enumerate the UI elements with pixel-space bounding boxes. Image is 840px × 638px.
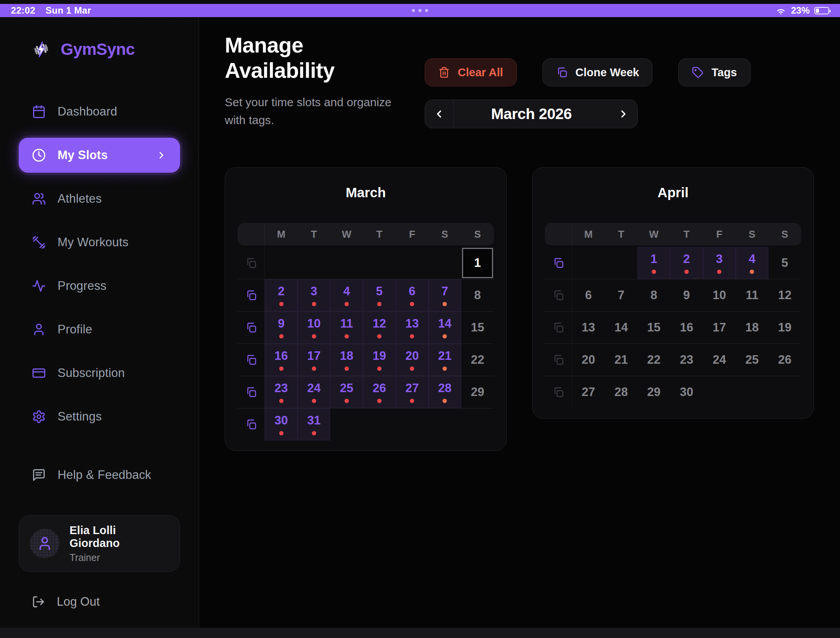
day-cell[interactable]: 10 xyxy=(703,279,736,311)
day-number: 5 xyxy=(781,256,788,270)
slot-dot xyxy=(717,270,721,274)
day-cell[interactable]: 15 xyxy=(637,312,670,344)
clone-row-button[interactable] xyxy=(238,408,265,440)
sidebar-item-help-feedback[interactable]: Help & Feedback xyxy=(19,457,180,493)
day-cell[interactable]: 1 xyxy=(462,248,493,278)
day-cell[interactable]: 13 xyxy=(396,312,429,344)
day-cell[interactable]: 4 xyxy=(736,247,768,279)
day-cell[interactable]: 25 xyxy=(330,376,363,408)
day-cell[interactable]: 15 xyxy=(461,312,494,344)
slot-dot xyxy=(345,302,349,306)
day-cell[interactable]: 8 xyxy=(461,279,494,311)
day-cell[interactable]: 5 xyxy=(363,279,396,311)
day-cell[interactable]: 13 xyxy=(572,312,605,344)
day-cell[interactable]: 14 xyxy=(605,312,637,344)
day-cell[interactable]: 18 xyxy=(330,344,363,376)
day-cell[interactable]: 17 xyxy=(703,312,736,344)
previous-month-button[interactable] xyxy=(425,100,453,128)
day-cell[interactable]: 30 xyxy=(670,376,703,408)
clone-row-button[interactable] xyxy=(238,376,265,408)
slot-dot xyxy=(312,334,316,338)
day-cell[interactable]: 23 xyxy=(670,344,703,376)
sidebar-item-my-workouts[interactable]: My Workouts xyxy=(19,225,180,260)
day-cell[interactable]: 3 xyxy=(703,247,736,279)
day-cell[interactable]: 6 xyxy=(572,279,605,311)
day-cell[interactable]: 8 xyxy=(637,279,670,311)
day-cell[interactable]: 11 xyxy=(736,279,768,311)
day-cell[interactable]: 14 xyxy=(429,312,461,344)
day-cell[interactable]: 28 xyxy=(429,376,461,408)
day-cell[interactable]: 10 xyxy=(298,312,330,344)
day-number: 9 xyxy=(683,288,690,302)
day-cell[interactable]: 19 xyxy=(363,344,396,376)
day-cell[interactable]: 24 xyxy=(703,344,736,376)
day-cell[interactable]: 17 xyxy=(298,344,330,376)
day-cell[interactable]: 20 xyxy=(572,344,605,376)
clone-row-button[interactable] xyxy=(238,312,265,344)
day-cell[interactable]: 1 xyxy=(637,247,670,279)
day-cell[interactable]: 23 xyxy=(265,376,298,408)
day-cell[interactable]: 21 xyxy=(429,344,461,376)
day-cell[interactable]: 6 xyxy=(396,279,429,311)
day-cell[interactable]: 18 xyxy=(736,312,768,344)
calendar-cards: March MTWTFSS 12345678910111213141516171… xyxy=(225,167,814,451)
clone-row-button[interactable] xyxy=(545,376,572,408)
activity-icon xyxy=(32,279,46,293)
day-cell[interactable]: 26 xyxy=(768,344,801,376)
logout-button[interactable]: Log Out xyxy=(19,584,180,619)
clone-row-button[interactable] xyxy=(238,279,265,311)
clone-row-button[interactable] xyxy=(545,312,572,344)
sidebar-item-profile[interactable]: Profile xyxy=(19,312,180,347)
battery-percent: 23% xyxy=(791,5,810,16)
sidebar-item-athletes[interactable]: Athletes xyxy=(19,181,180,216)
day-cell[interactable]: 26 xyxy=(363,376,396,408)
day-cell[interactable]: 7 xyxy=(429,279,461,311)
day-cell[interactable]: 7 xyxy=(605,279,637,311)
day-cell[interactable]: 3 xyxy=(298,279,330,311)
sidebar-item-progress[interactable]: Progress xyxy=(19,268,180,303)
clone-row-button[interactable] xyxy=(545,279,572,311)
day-cell[interactable]: 29 xyxy=(637,376,670,408)
clear-all-button[interactable]: Clear All xyxy=(425,58,517,86)
day-cell[interactable]: 24 xyxy=(298,376,330,408)
day-cell[interactable]: 16 xyxy=(265,344,298,376)
sidebar-item-subscription[interactable]: Subscription xyxy=(19,356,180,391)
day-cell[interactable]: 28 xyxy=(605,376,637,408)
sidebar-item-label: Athletes xyxy=(58,192,102,206)
app-logo: GymSync xyxy=(31,38,199,61)
clone-week-button[interactable]: Clone Week xyxy=(542,58,653,86)
clone-row-button[interactable] xyxy=(545,344,572,376)
tags-button[interactable]: Tags xyxy=(678,58,751,86)
day-cell[interactable]: 19 xyxy=(768,312,801,344)
day-cell[interactable]: 21 xyxy=(605,344,637,376)
day-cell[interactable]: 9 xyxy=(265,312,298,344)
day-cell[interactable]: 22 xyxy=(461,344,494,376)
gear-icon xyxy=(32,410,46,424)
day-cell[interactable]: 2 xyxy=(670,247,703,279)
clone-row-button[interactable] xyxy=(545,247,572,279)
day-cell[interactable]: 11 xyxy=(330,312,363,344)
day-cell[interactable]: 9 xyxy=(670,279,703,311)
day-cell[interactable]: 2 xyxy=(265,279,298,311)
day-cell[interactable]: 22 xyxy=(637,344,670,376)
clone-row-button[interactable] xyxy=(238,344,265,376)
day-cell[interactable]: 16 xyxy=(670,312,703,344)
day-cell[interactable]: 5 xyxy=(768,247,801,279)
day-cell[interactable]: 30 xyxy=(265,408,298,440)
day-cell[interactable]: 4 xyxy=(330,279,363,311)
day-cell[interactable]: 27 xyxy=(572,376,605,408)
sidebar-item-my-slots[interactable]: My Slots xyxy=(19,138,180,173)
sidebar-item-settings[interactable]: Settings xyxy=(19,399,180,434)
clone-row-button[interactable] xyxy=(238,247,265,279)
sidebar-item-dashboard[interactable]: Dashboard xyxy=(19,94,180,129)
next-month-button[interactable] xyxy=(609,100,637,128)
user-icon xyxy=(32,323,46,337)
day-cell[interactable]: 25 xyxy=(736,344,768,376)
day-cell[interactable]: 31 xyxy=(298,408,330,440)
day-cell[interactable]: 27 xyxy=(396,376,429,408)
day-cell[interactable]: 29 xyxy=(461,376,494,408)
day-cell[interactable]: 20 xyxy=(396,344,429,376)
day-cell[interactable]: 12 xyxy=(363,312,396,344)
user-card[interactable]: Elia Lolli Giordano Trainer xyxy=(19,515,180,572)
day-cell[interactable]: 12 xyxy=(768,279,801,311)
